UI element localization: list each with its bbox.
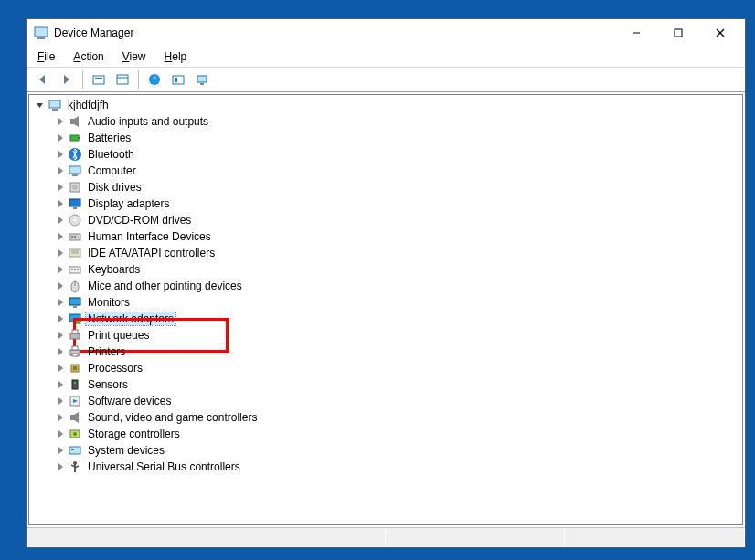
tree-item-ide[interactable]: IDE ATA/ATAPI controllers	[35, 245, 742, 261]
expander-open-icon[interactable]	[35, 100, 46, 111]
tree-item-disk[interactable]: Disk drives	[35, 179, 742, 195]
svg-rect-36	[69, 199, 80, 206]
storage-icon	[68, 427, 82, 441]
svg-rect-65	[70, 333, 80, 339]
root-label[interactable]: kjhdfdjfh	[66, 99, 111, 111]
menu-action[interactable]: Action	[66, 48, 111, 65]
status-pane	[565, 528, 745, 547]
menu-help[interactable]: Help	[157, 48, 195, 65]
tree-root-row[interactable]: kjhdfdjfh	[35, 97, 742, 113]
expander-closed-icon[interactable]	[55, 461, 66, 472]
tree-item-speaker[interactable]: Audio inputs and outputs	[35, 113, 742, 130]
expander-closed-icon[interactable]	[55, 132, 66, 143]
expander-closed-icon[interactable]	[55, 379, 66, 390]
tree-item-label[interactable]: Universal Serial Bus controllers	[86, 460, 242, 473]
tree-item-usb[interactable]: Universal Serial Bus controllers	[35, 459, 742, 475]
dvd-icon	[68, 213, 82, 227]
printqueue-icon	[68, 328, 82, 343]
ide-icon	[68, 246, 82, 260]
svg-marker-71	[58, 365, 63, 372]
tree-item-storage[interactable]: Storage controllers	[35, 426, 742, 442]
toolbar-devices-button[interactable]	[191, 69, 213, 90]
tree-item-label[interactable]: Bluetooth	[86, 148, 136, 161]
expander-closed-icon[interactable]	[55, 297, 66, 308]
expander-closed-icon[interactable]	[55, 396, 66, 407]
tree-item-label[interactable]: Display adapters	[86, 197, 171, 210]
expander-closed-icon[interactable]	[55, 149, 66, 160]
toolbar-update-driver-button[interactable]	[167, 69, 189, 90]
tree-item-sound[interactable]: Sound, video and game controllers	[35, 409, 742, 426]
tree-item-bluetooth[interactable]: Bluetooth	[35, 146, 742, 163]
menu-file[interactable]: File	[30, 48, 62, 65]
tree-item-computer[interactable]: Computer	[35, 163, 742, 179]
expander-closed-icon[interactable]	[55, 231, 66, 242]
expander-closed-icon[interactable]	[55, 363, 66, 374]
tree-item-printqueue[interactable]: Print queues	[35, 327, 742, 343]
tree-item-label[interactable]: Keyboards	[86, 263, 142, 276]
svg-rect-69	[72, 346, 78, 350]
expander-closed-icon[interactable]	[55, 182, 66, 193]
close-button[interactable]	[699, 20, 741, 46]
tree-item-label[interactable]: Network adapters	[86, 312, 175, 325]
tree-item-label[interactable]: IDE ATA/ATAPI controllers	[86, 247, 217, 259]
expander-closed-icon[interactable]	[55, 313, 66, 324]
tree-item-sensor[interactable]: Sensors	[35, 376, 742, 393]
toolbar-show-hidden-button[interactable]	[112, 69, 133, 90]
toolbar-back-button[interactable]	[32, 69, 54, 90]
tree-item-hid[interactable]: Human Interface Devices	[35, 228, 742, 245]
tree-item-system[interactable]: System devices	[35, 442, 742, 459]
tree-item-display[interactable]: Display adapters	[35, 195, 742, 212]
tree-item-dvd[interactable]: DVD/CD-ROM drives	[35, 212, 742, 228]
tree-item-label[interactable]: Batteries	[86, 132, 133, 144]
tree-item-label[interactable]: Audio inputs and outputs	[86, 115, 210, 128]
tree-item-cpu[interactable]: Processors	[35, 360, 742, 376]
toolbar: ?	[27, 67, 745, 92]
tree-item-label[interactable]: Print queues	[86, 329, 151, 342]
expander-closed-icon[interactable]	[55, 248, 66, 259]
tree-item-label[interactable]: Human Interface Devices	[86, 230, 213, 243]
tree-item-printer[interactable]: Printers	[35, 343, 742, 360]
tree-item-label[interactable]: Sensors	[86, 378, 130, 391]
tree-item-mouse[interactable]: Mice and other pointing devices	[35, 278, 742, 294]
expander-closed-icon[interactable]	[55, 330, 66, 341]
minimize-button[interactable]	[615, 20, 657, 46]
maximize-button[interactable]	[657, 20, 699, 46]
tree-item-label[interactable]: DVD/CD-ROM drives	[86, 214, 193, 227]
tree-item-label[interactable]: Monitors	[86, 296, 132, 309]
tree-item-network[interactable]: Network adapters	[35, 311, 742, 327]
expander-closed-icon[interactable]	[55, 116, 66, 127]
svg-rect-58	[69, 298, 80, 305]
tree-item-label[interactable]: Mice and other pointing devices	[86, 280, 244, 292]
svg-rect-73	[73, 366, 77, 370]
expander-closed-icon[interactable]	[55, 215, 66, 226]
expander-closed-icon[interactable]	[55, 346, 66, 357]
tree-item-label[interactable]: Processors	[86, 362, 144, 375]
device-tree[interactable]: kjhdfdjfh Audio inputs and outputsBatter…	[28, 94, 743, 525]
expander-closed-icon[interactable]	[55, 198, 66, 209]
expander-closed-icon[interactable]	[55, 428, 66, 439]
tree-item-software[interactable]: Software devices	[35, 393, 742, 409]
tree-item-label[interactable]: Computer	[86, 164, 138, 177]
expander-closed-icon[interactable]	[55, 264, 66, 275]
toolbar-up-folder-button[interactable]	[88, 69, 110, 90]
toolbar-forward-button[interactable]	[56, 69, 78, 90]
titlebar[interactable]: Device Manager	[27, 19, 745, 47]
expander-closed-icon[interactable]	[55, 412, 66, 423]
tree-item-battery[interactable]: Batteries	[35, 130, 742, 146]
svg-rect-10	[117, 75, 128, 84]
expander-closed-icon[interactable]	[55, 445, 66, 456]
menu-view[interactable]: View	[115, 48, 154, 65]
expander-closed-icon[interactable]	[55, 165, 66, 176]
expander-closed-icon[interactable]	[55, 280, 66, 291]
tree-item-label[interactable]: Disk drives	[86, 181, 144, 194]
svg-marker-32	[58, 184, 63, 191]
toolbar-help-button[interactable]: ?	[144, 69, 165, 90]
tree-item-label[interactable]: Printers	[86, 345, 127, 358]
tree-item-label[interactable]: Sound, video and game controllers	[86, 411, 259, 424]
tree-item-label[interactable]: Software devices	[86, 395, 173, 407]
toolbar-separator	[138, 70, 139, 89]
tree-item-monitor[interactable]: Monitors	[35, 294, 742, 311]
tree-item-label[interactable]: System devices	[86, 444, 166, 457]
tree-item-label[interactable]: Storage controllers	[86, 428, 182, 440]
tree-item-keyboard[interactable]: Keyboards	[35, 261, 742, 278]
